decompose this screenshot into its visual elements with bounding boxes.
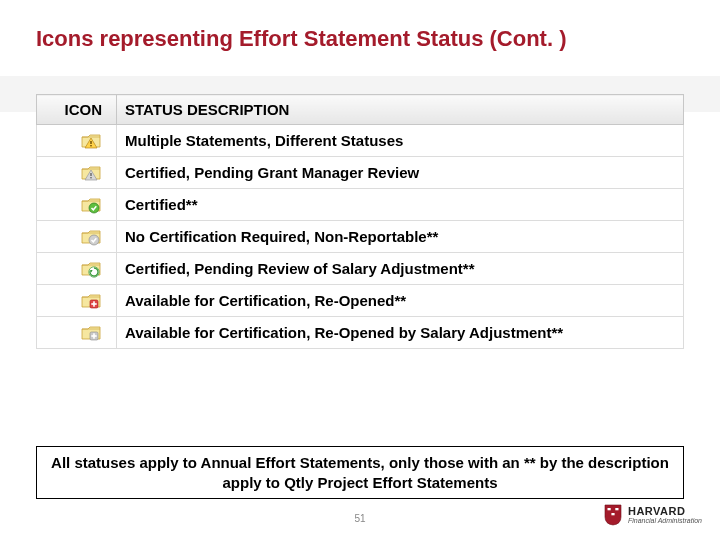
folder-warn-gold-icon [80, 132, 102, 150]
folder-recycle-icon [80, 260, 102, 278]
status-desc: Certified, Pending Grant Manager Review [117, 157, 684, 189]
status-icon-cell [37, 125, 117, 157]
status-icon-cell [37, 189, 117, 221]
status-icon-cell [37, 221, 117, 253]
table-row: Multiple Statements, Different Statuses [37, 125, 684, 157]
status-desc: Multiple Statements, Different Statuses [117, 125, 684, 157]
table-row: Certified, Pending Grant Manager Review [37, 157, 684, 189]
status-desc: Available for Certification, Re-Opened** [117, 285, 684, 317]
status-desc: Certified, Pending Review of Salary Adju… [117, 253, 684, 285]
brand-block: HARVARD Financial Administration [604, 504, 702, 526]
folder-check-grey-icon [80, 228, 102, 246]
folder-warn-grey-icon [80, 164, 102, 182]
table-row: No Certification Required, Non-Reportabl… [37, 221, 684, 253]
folder-check-green-icon [80, 196, 102, 214]
folder-plus-grey-icon [80, 324, 102, 342]
th-desc: STATUS DESCRIPTION [117, 95, 684, 125]
harvard-shield-icon [604, 504, 622, 526]
svg-rect-17 [615, 508, 618, 510]
slide-title: Icons representing Effort Statement Stat… [36, 26, 684, 52]
footnote-box: All statuses apply to Annual Effort Stat… [36, 446, 684, 499]
page-number: 51 [354, 513, 365, 524]
svg-rect-16 [607, 508, 610, 510]
status-icon-cell [37, 253, 117, 285]
status-desc: No Certification Required, Non-Reportabl… [117, 221, 684, 253]
folder-plus-red-icon [80, 292, 102, 310]
brand-text: HARVARD Financial Administration [628, 506, 702, 524]
brand-name: HARVARD [628, 506, 702, 517]
table-header-row: ICON STATUS DESCRIPTION [37, 95, 684, 125]
status-table: ICON STATUS DESCRIPTION Multiple Stateme… [36, 94, 684, 349]
status-desc: Certified** [117, 189, 684, 221]
th-icon: ICON [37, 95, 117, 125]
svg-rect-18 [611, 513, 614, 515]
status-icon-cell [37, 285, 117, 317]
slide: Icons representing Effort Statement Stat… [0, 0, 720, 540]
status-icon-cell [37, 157, 117, 189]
status-icon-cell [37, 317, 117, 349]
status-desc: Available for Certification, Re-Opened b… [117, 317, 684, 349]
table-row: Certified, Pending Review of Salary Adju… [37, 253, 684, 285]
table-row: Certified** [37, 189, 684, 221]
table-row: Available for Certification, Re-Opened** [37, 285, 684, 317]
table-row: Available for Certification, Re-Opened b… [37, 317, 684, 349]
brand-sub: Financial Administration [628, 517, 702, 524]
